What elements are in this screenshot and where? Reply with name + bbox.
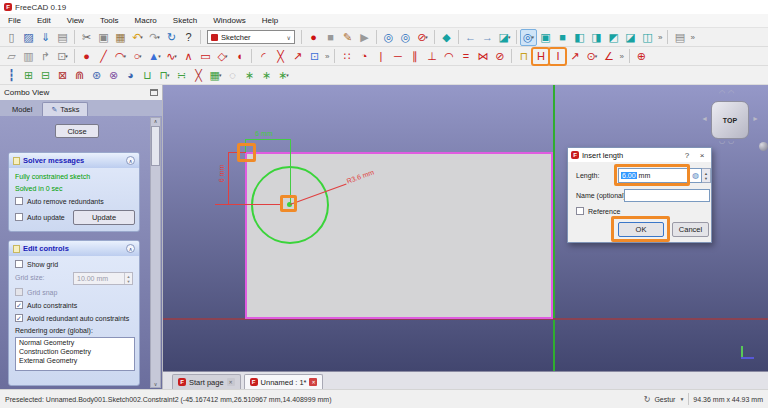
navcube-bottom-arrows-icon[interactable]: ◡◡ xyxy=(719,137,737,145)
close-button[interactable]: Close xyxy=(55,124,99,138)
toggle-construction-geometry-icon[interactable]: ┇ xyxy=(3,67,20,84)
constrain-radius-icon[interactable]: ⊙▾ xyxy=(583,48,600,65)
spinner-icon[interactable]: ▲▼ xyxy=(124,273,132,284)
update-button[interactable]: Update xyxy=(73,210,135,225)
constrain-tangent-icon[interactable]: ◠ xyxy=(440,48,457,65)
create-fillet-icon[interactable]: ◜ xyxy=(255,48,272,65)
select-redundant-constraints-icon[interactable]: ⊠ xyxy=(54,67,71,84)
menu-help[interactable]: Help xyxy=(254,14,286,27)
constrain-lock-icon[interactable]: ⊓ xyxy=(515,48,532,65)
delete-all-geometry-icon[interactable]: ╳ xyxy=(190,67,207,84)
doc-tab-unnamed-1[interactable]: FUnnamed : 1*✕ xyxy=(244,374,324,389)
scroll-thumb[interactable] xyxy=(151,126,160,166)
extend-edge-icon[interactable]: ↗ xyxy=(289,48,306,65)
menu-file[interactable]: File xyxy=(0,14,29,27)
tab-tasks[interactable]: ✎Tasks xyxy=(42,102,88,116)
view-back-icon[interactable]: ← xyxy=(462,29,479,46)
list-item[interactable]: External Geometry xyxy=(16,356,134,365)
auto-update-checkbox[interactable] xyxy=(15,213,23,221)
dimension-vertical-label[interactable]: 6 mm xyxy=(218,165,225,183)
navcube-left-arrow-icon[interactable]: ◄ xyxy=(701,115,708,122)
rectangular-array-icon[interactable]: ▦▾ xyxy=(207,67,224,84)
create-circle-icon[interactable]: ○▾ xyxy=(129,48,146,65)
external-geometry-icon[interactable]: ⊡ xyxy=(306,48,323,65)
dialog-close-button[interactable]: × xyxy=(696,151,708,160)
undo-icon[interactable]: ↶▾ xyxy=(129,29,146,46)
menu-view[interactable]: View xyxy=(59,14,92,27)
tab-close-icon[interactable]: ✕ xyxy=(227,378,235,386)
box-zoom-icon[interactable]: ◎ xyxy=(397,29,414,46)
workbench-selector[interactable]: Sketcher∨ xyxy=(207,30,295,44)
scroll-up-icon[interactable]: ∧ xyxy=(154,118,158,124)
macro-record-icon[interactable]: ● xyxy=(305,29,322,46)
constrain-perpendicular-icon[interactable]: ⊥ xyxy=(423,48,440,65)
map-sketch-icon[interactable]: ▥ xyxy=(20,48,37,65)
mirror-sketch-icon[interactable]: ⊓▾ xyxy=(156,67,173,84)
collapse-icon[interactable]: ∧ xyxy=(126,156,135,165)
doc-tab-start-page[interactable]: FStart page✕ xyxy=(172,374,241,389)
cancel-button[interactable]: Cancel xyxy=(672,222,709,237)
left-view-icon[interactable]: ◫ xyxy=(639,29,656,46)
rear-view-icon[interactable]: ◩ xyxy=(605,29,622,46)
right-view-icon[interactable]: ◨ xyxy=(588,29,605,46)
collapse-icon[interactable]: ∧ xyxy=(126,244,135,253)
float-panel-icon[interactable] xyxy=(150,89,158,96)
navcube-right-arrow-icon[interactable]: ► xyxy=(752,115,759,122)
tab-model[interactable]: Model xyxy=(4,103,40,116)
show-hide-circular-helper-icon[interactable]: ⊛ xyxy=(88,67,105,84)
menu-edit[interactable]: Edit xyxy=(29,14,59,27)
print-icon[interactable]: ▤ xyxy=(54,29,71,46)
panel-scrollbar[interactable]: ∧ ∨ xyxy=(150,117,161,388)
whats-this-icon[interactable]: ? xyxy=(180,29,197,46)
list-item[interactable]: Construction Geometry xyxy=(16,347,134,356)
front-view-icon[interactable]: ■ xyxy=(554,29,571,46)
paste-icon[interactable]: ▦ xyxy=(112,29,129,46)
axonometric-view-icon[interactable]: ▣ xyxy=(537,29,554,46)
validate-sketch-icon[interactable]: ◕ xyxy=(122,67,139,84)
create-sketch-icon[interactable]: ▱ xyxy=(3,48,20,65)
macro-stop-icon[interactable]: ■ xyxy=(322,29,339,46)
select-associated-constraints-icon[interactable]: ⊞ xyxy=(20,67,37,84)
constrain-distance-x-icon[interactable]: H xyxy=(532,48,549,65)
dimension-horizontal-label[interactable]: 6 mm xyxy=(255,130,273,137)
nav-style-caret-icon[interactable]: ▼ xyxy=(679,396,684,402)
switch-virtual-space-icon[interactable]: ◌ xyxy=(224,67,241,84)
create-rectangle-icon[interactable]: ▭ xyxy=(197,48,214,65)
length-spinner[interactable]: ▲▼ xyxy=(702,168,711,183)
show-grid-checkbox[interactable] xyxy=(15,260,23,268)
bspline-comb-icon[interactable]: ∗▾ xyxy=(275,67,292,84)
draw-style-icon[interactable]: ⊘▾ xyxy=(414,29,431,46)
constrain-block-icon[interactable]: ⊘ xyxy=(491,48,508,65)
show-hide-internal-geometry-icon[interactable]: ⊗ xyxy=(105,67,122,84)
cut-icon[interactable]: ✂ xyxy=(78,29,95,46)
open-folder-icon[interactable]: ▨ xyxy=(20,29,37,46)
auto-constraints-checkbox[interactable]: ✓ xyxy=(15,301,23,309)
create-point-icon[interactable]: ● xyxy=(78,48,95,65)
menu-macro[interactable]: Macro xyxy=(127,14,165,27)
create-bspline-icon[interactable]: ∿▾ xyxy=(163,48,180,65)
constrain-distance-y-icon[interactable]: I xyxy=(549,48,566,65)
navigation-cube[interactable]: TOP xyxy=(711,101,749,139)
navcube-rotate-arrows-icon[interactable]: ◠◠ xyxy=(719,89,737,97)
dialog-help-button[interactable]: ? xyxy=(681,151,693,160)
avoid-redundant-checkbox[interactable]: ✓ xyxy=(15,314,23,322)
create-line-icon[interactable]: ╱ xyxy=(95,48,112,65)
dock-windows-icon[interactable]: ▤ xyxy=(671,29,688,46)
menu-windows[interactable]: Windows xyxy=(205,14,253,27)
list-item[interactable]: Normal Geometry xyxy=(16,338,134,347)
create-slot-icon[interactable]: ◖ xyxy=(231,48,248,65)
bottom-view-icon[interactable]: ◪ xyxy=(622,29,639,46)
unit-globe-icon[interactable]: ◍ xyxy=(692,171,699,180)
merge-sketches-icon[interactable]: ⊔ xyxy=(139,67,156,84)
macro-edit-icon[interactable]: ✎ xyxy=(339,29,356,46)
tab-close-icon[interactable]: ✕ xyxy=(309,378,317,386)
bspline-polygon-icon[interactable]: ∗ xyxy=(258,67,275,84)
select-associated-elements-icon[interactable]: ⊟ xyxy=(37,67,54,84)
constrain-angle-icon[interactable]: ∠ xyxy=(600,48,617,65)
create-polygon-icon[interactable]: ◇▾ xyxy=(214,48,231,65)
create-conic-icon[interactable]: ▲▾ xyxy=(146,48,163,65)
constrain-point-on-object-icon[interactable]: ◔ xyxy=(355,48,372,65)
menu-tools[interactable]: Tools xyxy=(92,14,127,27)
save-icon[interactable]: ⇓ xyxy=(37,29,54,46)
constrain-parallel-icon[interactable]: ∥ xyxy=(406,48,423,65)
